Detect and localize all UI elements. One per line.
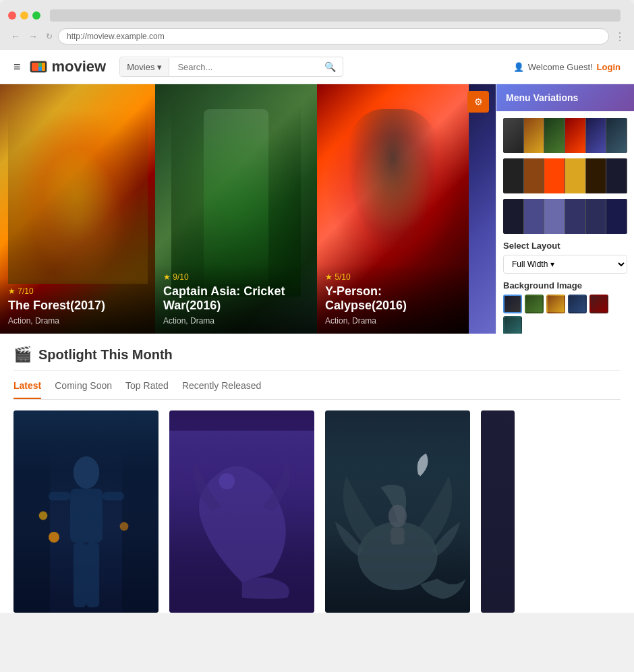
browser-drag-area <box>50 9 621 22</box>
star-icon: ★ <box>8 286 16 296</box>
hero-slide-3[interactable]: ★ 5/10 Y-Person: Calypse(2016) Action, D… <box>317 84 469 334</box>
hero-slide-2[interactable]: ★ 9/10 Captain Asia: Cricket War(2016) A… <box>155 84 317 334</box>
bg-swatch-1[interactable] <box>503 295 522 313</box>
logo[interactable]: moview <box>29 58 107 75</box>
panel-title: Menu Variations <box>506 92 578 103</box>
card-4-overlay <box>481 410 515 613</box>
svg-rect-6 <box>70 489 103 543</box>
slide-2-genre: Action, Drama <box>163 316 309 326</box>
mv-cell <box>544 158 565 193</box>
login-link[interactable]: Login <box>597 62 621 72</box>
slide-2-title: Captain Asia: Cricket War(2016) <box>163 284 309 313</box>
header-right: 👤 Welcome Guest! Login <box>513 62 621 72</box>
search-icon: 🔍 <box>324 61 336 72</box>
warrior-silhouette <box>28 451 144 613</box>
hero-slide-4[interactable] <box>469 84 496 334</box>
mv-cell <box>586 158 607 193</box>
bg-swatch-2[interactable] <box>525 295 544 313</box>
menu-variation-2[interactable] <box>503 158 627 193</box>
search-button[interactable]: 🔍 <box>318 57 343 76</box>
bg-image-label: Background Image <box>503 280 627 291</box>
svg-rect-7 <box>49 492 70 501</box>
browser-min-btn[interactable] <box>20 11 28 20</box>
svg-rect-10 <box>86 543 99 607</box>
browser-nav: ← → ↻ http://moview.example.com ⋮ <box>0 26 634 50</box>
nav-forward-button[interactable]: → <box>26 30 40 43</box>
svg-point-16 <box>388 505 407 528</box>
svg-rect-4 <box>42 63 45 71</box>
mv-cell <box>503 118 524 153</box>
slide-3-overlay: ★ 5/10 Y-Person: Calypse(2016) Action, D… <box>317 264 469 334</box>
svg-point-5 <box>73 456 98 489</box>
mv-cell <box>503 199 524 234</box>
mv-cell <box>606 118 627 153</box>
user-icon: 👤 <box>513 62 524 72</box>
nav-arrows: ← → <box>8 30 40 43</box>
star-icon-2: ★ <box>163 272 171 282</box>
search-category-label: Movies <box>127 62 154 72</box>
browser-max-btn[interactable] <box>32 11 40 20</box>
welcome-text: Welcome Guest! <box>528 62 593 72</box>
menu-variation-1[interactable] <box>503 118 627 153</box>
hamburger-icon[interactable]: ≡ <box>13 60 21 74</box>
layout-select[interactable]: Full Width ▾ Boxed Fluid <box>503 255 627 274</box>
movie-card-2[interactable] <box>169 410 314 613</box>
spotlight-title: Spotlight This Month <box>38 347 173 363</box>
svg-rect-2 <box>38 63 42 67</box>
nav-back-button[interactable]: ← <box>8 30 23 43</box>
hero-inner: ★ 7/10 The Forest(2017) Action, Drama <box>0 84 634 334</box>
svg-rect-3 <box>38 67 42 71</box>
tabs: Latest Coming Soon Top Rated Recently Re… <box>13 371 621 400</box>
mv-cell <box>606 158 627 193</box>
slide-2-rating: ★ 9/10 <box>163 272 309 282</box>
tab-latest[interactable]: Latest <box>13 380 41 399</box>
panel-header: Menu Variations <box>496 84 634 111</box>
svg-point-12 <box>38 512 47 520</box>
nav-refresh-button[interactable]: ↻ <box>46 32 53 41</box>
search-bar: Movies ▾ 🔍 <box>119 57 343 77</box>
gear-button[interactable]: ⚙ <box>467 91 489 113</box>
spotlight-icon: 🎬 <box>13 346 32 363</box>
bg-swatch-4[interactable] <box>568 295 587 313</box>
logo-icon <box>29 59 48 75</box>
search-dropdown[interactable]: Movies ▾ <box>120 58 169 76</box>
mv-cell <box>544 118 565 153</box>
slide-1-rating: ★ 7/10 <box>8 286 147 296</box>
slide-1-genre: Action, Drama <box>8 316 147 326</box>
bg-swatch-6[interactable] <box>503 316 522 334</box>
mv-cell <box>565 118 586 153</box>
mv-cell <box>565 199 586 234</box>
browser-close-btn[interactable] <box>8 11 16 20</box>
movie-card-4-partial[interactable] <box>481 410 515 613</box>
slide-3-rating-text: 5/10 <box>335 272 350 282</box>
tab-top-rated[interactable]: Top Rated <box>125 380 169 399</box>
mv-cell <box>524 199 545 234</box>
search-input[interactable] <box>169 58 318 76</box>
browser-menu-icon[interactable]: ⋮ <box>614 30 626 43</box>
svg-point-13 <box>119 522 128 531</box>
address-bar[interactable]: http://moview.example.com <box>58 28 609 44</box>
bg-image-swatches <box>503 295 627 334</box>
svg-point-11 <box>49 532 59 543</box>
movie-card-3[interactable] <box>325 410 470 613</box>
mv-cell <box>586 118 607 153</box>
movie-card-1[interactable] <box>13 410 158 613</box>
hero-slide-1[interactable]: ★ 7/10 The Forest(2017) Action, Drama <box>0 84 155 334</box>
gear-icon: ⚙ <box>474 96 483 107</box>
tab-coming-soon[interactable]: Coming Soon <box>55 380 112 399</box>
mv-cell <box>586 199 607 234</box>
tab-recently-released[interactable]: Recently Released <box>182 380 262 399</box>
svg-rect-1 <box>32 63 38 71</box>
mv-cell <box>524 158 545 193</box>
bg-swatch-3[interactable] <box>546 295 565 313</box>
bg-swatch-5[interactable] <box>589 295 608 313</box>
svg-rect-17 <box>391 527 404 544</box>
svg-point-14 <box>219 473 235 489</box>
menu-variation-3[interactable] <box>503 199 627 234</box>
hero-section: ★ 7/10 The Forest(2017) Action, Drama <box>0 84 634 334</box>
hero-slider[interactable]: ★ 7/10 The Forest(2017) Action, Drama <box>0 84 496 334</box>
slide-2-overlay: ★ 9/10 Captain Asia: Cricket War(2016) A… <box>155 264 317 334</box>
main-wrapper: ≡ moview Movies ▾ 🔍 <box>0 50 634 613</box>
star-icon-3: ★ <box>325 272 333 282</box>
svg-rect-9 <box>73 543 86 607</box>
